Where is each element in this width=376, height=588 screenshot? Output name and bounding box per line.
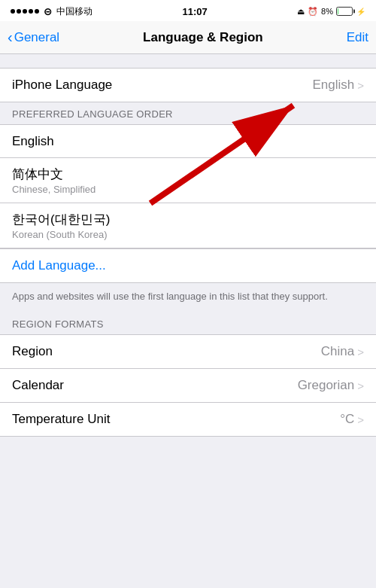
page-title: Language & Region [143, 30, 263, 45]
list-item[interactable]: 简体中文 Chinese, Simplified [0, 158, 376, 203]
info-text-box: Apps and websites will use the first lan… [0, 283, 376, 312]
iphone-language-label: iPhone Language [12, 78, 112, 93]
calendar-row[interactable]: Calendar Gregorian > [0, 369, 376, 403]
region-formats-group: Region China > Calendar Gregorian > Temp… [0, 334, 376, 437]
list-item[interactable]: 한국어(대한민국) Korean (South Korea) [0, 203, 376, 248]
charging-icon: ⚡ [356, 8, 365, 16]
language-subtitle-chinese: Chinese, Simplified [12, 184, 364, 195]
back-arrow-icon: ‹ [8, 29, 13, 46]
status-left: ⊝ 中国移动 [11, 5, 92, 18]
status-time: 11:07 [182, 6, 207, 17]
language-name-chinese: 简体中文 [12, 166, 364, 183]
calendar-value: Gregorian > [298, 378, 364, 393]
temperature-value-text: °C [340, 412, 354, 427]
temperature-label: Temperature Unit [12, 412, 110, 427]
preferred-language-list: English 简体中文 Chinese, Simplified 한국어(대한민… [0, 124, 376, 248]
section-gap-1 [0, 54, 376, 68]
language-subtitle-korean: Korean (South Korea) [12, 229, 364, 240]
iphone-language-value: English > [312, 78, 364, 93]
battery-percent: 8% [321, 7, 333, 16]
chevron-right-icon: > [357, 413, 364, 426]
nav-bar: ‹ General Language & Region Edit [0, 21, 376, 54]
signal-strength-icon [11, 9, 39, 14]
calendar-label: Calendar [12, 378, 64, 393]
preferred-language-section-header: PREFERRED LANGUAGE ORDER [0, 102, 376, 124]
back-label: General [14, 30, 59, 45]
calendar-value-text: Gregorian [298, 378, 355, 393]
add-language-button[interactable]: Add Language... [12, 258, 106, 273]
region-label: Region [12, 344, 53, 359]
carrier-name: 中国移动 [56, 5, 92, 18]
temperature-row[interactable]: Temperature Unit °C > [0, 403, 376, 436]
iphone-language-value-text: English [312, 78, 354, 93]
alarm-icon: ⏰ [308, 7, 318, 17]
region-formats-section-header: REGION FORMATS [0, 312, 376, 334]
temperature-value: °C > [340, 412, 364, 427]
region-value-text: China [321, 344, 354, 359]
language-name-english: English [12, 134, 364, 149]
list-item[interactable]: English [0, 125, 376, 158]
chevron-right-icon: > [357, 346, 364, 358]
region-value: China > [321, 344, 364, 359]
battery-icon [336, 7, 353, 16]
battery-fill [338, 8, 338, 14]
language-name-korean: 한국어(대한민국) [12, 211, 364, 228]
region-row[interactable]: Region China > [0, 335, 376, 369]
page-wrapper: ⊝ 中国移动 11:07 ⏏ ⏰ 8% ⚡ ‹ General Language… [0, 0, 376, 437]
chevron-right-icon: > [357, 379, 364, 392]
lock-icon: ⏏ [297, 7, 305, 17]
chevron-right-icon: > [357, 79, 364, 92]
add-language-row[interactable]: Add Language... [0, 248, 376, 283]
iphone-language-group: iPhone Language English > [0, 68, 376, 102]
edit-button[interactable]: Edit [347, 30, 368, 45]
info-text: Apps and websites will use the first lan… [12, 291, 328, 302]
iphone-language-row[interactable]: iPhone Language English > [0, 69, 376, 102]
status-bar: ⊝ 中国移动 11:07 ⏏ ⏰ 8% ⚡ [0, 0, 376, 21]
wifi-icon: ⊝ [44, 6, 52, 17]
status-right: ⏏ ⏰ 8% ⚡ [297, 7, 365, 17]
back-button[interactable]: ‹ General [8, 29, 59, 46]
